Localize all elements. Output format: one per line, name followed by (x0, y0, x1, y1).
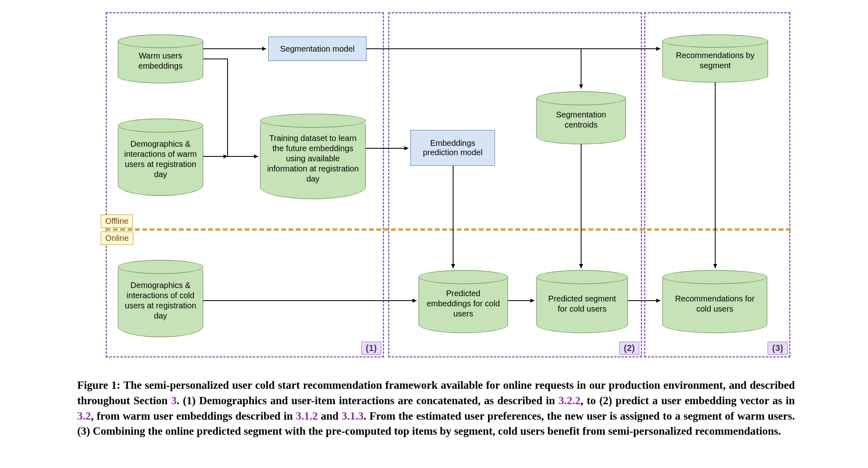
panel-3-tag: (3) (768, 342, 788, 355)
cyl-warm-users-embeddings: Warm users embeddings (118, 35, 203, 83)
cyl-training-label: Training dataset to learn the future emb… (266, 133, 360, 184)
cyl-recommendations-cold: Recommendations for cold users (662, 270, 767, 333)
cyl-predicted-embeddings: Predicted embeddings for cold users (419, 270, 508, 333)
cap-ref-3-1-2: 3.1.2 (296, 410, 318, 422)
panel-2-tag: (2) (619, 342, 639, 355)
cyl-demographics-warm: Demographics & interactions of warm user… (118, 119, 203, 196)
offline-online-divider (106, 228, 791, 231)
cyl-warm-l2: embeddings (139, 61, 183, 70)
cyl-predicted-segment: Predicted segment for cold users (536, 270, 628, 333)
cyl-recs-seg-l1: Recommendations by (676, 51, 754, 60)
cap-ref-section-3: 3 (171, 394, 177, 407)
offline-label: Offline (101, 214, 133, 228)
cyl-warm-l1: Warm users (139, 51, 182, 60)
cap-s3: , from warm user embeddings described in (91, 410, 296, 422)
cap-ref-3-1-3: 3.1.3 (342, 410, 364, 422)
cyl-seg-cent-l1: Segmentation (556, 110, 606, 119)
cap-ref-3-2-2: 3.2.2 (558, 394, 580, 407)
box-emb-l1: Embeddings (430, 139, 475, 147)
cyl-recs-seg-l2: segment (700, 61, 731, 70)
box-segmentation-model: Segmentation model (268, 37, 367, 61)
online-label: Online (101, 232, 133, 245)
cyl-pred-emb-label: Predicted embeddings for cold users (425, 288, 502, 319)
diagram-canvas: (1) (2) (3) Offline Online Warm users em… (0, 0, 868, 468)
cap-ref-3-2: 3.2 (77, 410, 91, 422)
box-emb-l2: prediction model (423, 148, 483, 157)
cyl-segmentation-centroids: Segmentation centroids (536, 91, 626, 144)
cap-s4: and (318, 410, 342, 422)
cyl-recs-cold-label: Recommendations for cold users (668, 294, 761, 314)
cyl-demo-cold-label: Demographics & interactions of cold user… (124, 280, 197, 321)
panel-1-tag: (1) (361, 342, 381, 355)
cyl-demographics-cold: Demographics & interactions of cold user… (118, 260, 203, 337)
cap-s2: , to (2) predict a user embedding vector… (580, 394, 795, 407)
cyl-pred-seg-label: Predicted segment for cold users (542, 294, 622, 314)
cap-s1: . (1) Demographics and user-item interac… (177, 394, 559, 407)
cyl-demo-warm-label: Demographics & interactions of warm user… (124, 139, 197, 180)
box-embeddings-prediction-model: Embeddings prediction model (410, 130, 495, 166)
cyl-recs-by-segment: Recommendations by segment (662, 35, 768, 82)
cyl-seg-cent-l2: centroids (564, 120, 597, 129)
box-seg-label: Segmentation model (280, 44, 354, 54)
cyl-training-dataset: Training dataset to learn the future emb… (260, 114, 366, 199)
figure-caption: Figure 1: The semi-personalized user col… (77, 378, 795, 439)
